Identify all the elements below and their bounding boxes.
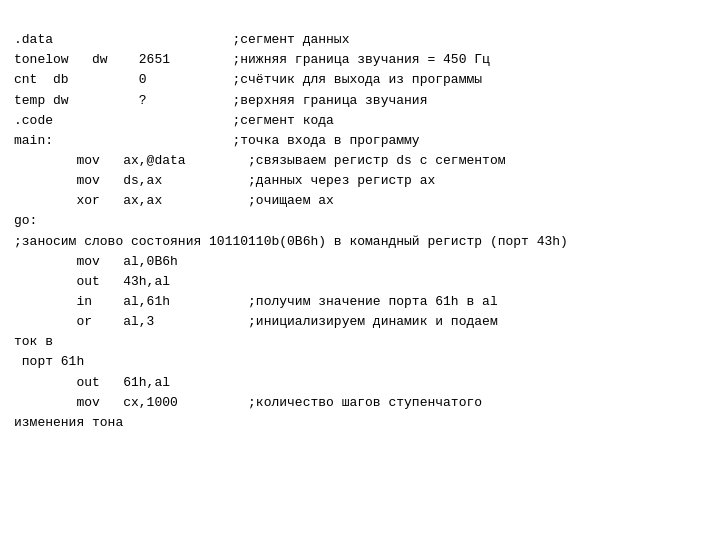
code-line-16: порт 61h [14, 352, 706, 372]
line-text: mov ds,ax ;данных через регистр ax [14, 173, 435, 188]
code-line-7: mov ds,ax ;данных через регистр ax [14, 171, 706, 191]
multiline-text: порт 61h [14, 354, 84, 369]
line-text: xor ax,ax ;очищаем ax [14, 193, 334, 208]
code-line-12: out 43h,al [14, 272, 706, 292]
line-text: temp dw ? ;верхняя граница звучания [14, 93, 427, 108]
multiline-text: изменения тона [14, 415, 123, 430]
code-line-13: in al,61h ;получим значение порта 61h в … [14, 292, 706, 312]
line-text: main: ;точка входа в программу [14, 133, 420, 148]
line-text: mov al,0B6h [14, 254, 248, 269]
line-text: mov ax,@data ;связываем регистр ds с сег… [14, 153, 505, 168]
multiline-text: ;заносим слово состояния 10110110b(0B6h)… [14, 234, 568, 249]
code-line-19: изменения тона [14, 413, 706, 433]
code-line-17: out 61h,al [14, 373, 706, 393]
code-line-4: .code ;сегмент кода [14, 111, 706, 131]
line-text: cnt db 0 ;счётчик для выхода из программ… [14, 72, 482, 87]
line-text: in al,61h ;получим значение порта 61h в … [14, 294, 498, 309]
code-area: .data ;сегмент данныхtonelow dw 2651 ;ни… [14, 10, 706, 433]
line-text: out 43h,al [14, 274, 248, 289]
code-line-15: ток в [14, 332, 706, 352]
line-text: mov cx,1000 ;количество шагов ступенчато… [14, 395, 482, 410]
line-text: or al,3 ;инициализируем динамик и подаем [14, 314, 498, 329]
code-line-9: go: [14, 211, 706, 231]
code-line-8: xor ax,ax ;очищаем ax [14, 191, 706, 211]
code-line-6: mov ax,@data ;связываем регистр ds с сег… [14, 151, 706, 171]
code-line-5: main: ;точка входа в программу [14, 131, 706, 151]
code-line-0: .data ;сегмент данных [14, 30, 706, 50]
line-text: .data ;сегмент данных [14, 32, 349, 47]
code-line-1: tonelow dw 2651 ;нижняя граница звучания… [14, 50, 706, 70]
code-line-11: mov al,0B6h [14, 252, 706, 272]
code-line-18: mov cx,1000 ;количество шагов ступенчато… [14, 393, 706, 413]
line-text: go: [14, 213, 37, 228]
line-text: out 61h,al [14, 375, 248, 390]
code-line-10: ;заносим слово состояния 10110110b(0B6h)… [14, 232, 706, 252]
code-line-14: or al,3 ;инициализируем динамик и подаем [14, 312, 706, 332]
multiline-text: ток в [14, 334, 53, 349]
line-text: .code ;сегмент кода [14, 113, 334, 128]
code-line-3: temp dw ? ;верхняя граница звучания [14, 91, 706, 111]
code-line-2: cnt db 0 ;счётчик для выхода из программ… [14, 70, 706, 90]
line-text: tonelow dw 2651 ;нижняя граница звучания… [14, 52, 490, 67]
